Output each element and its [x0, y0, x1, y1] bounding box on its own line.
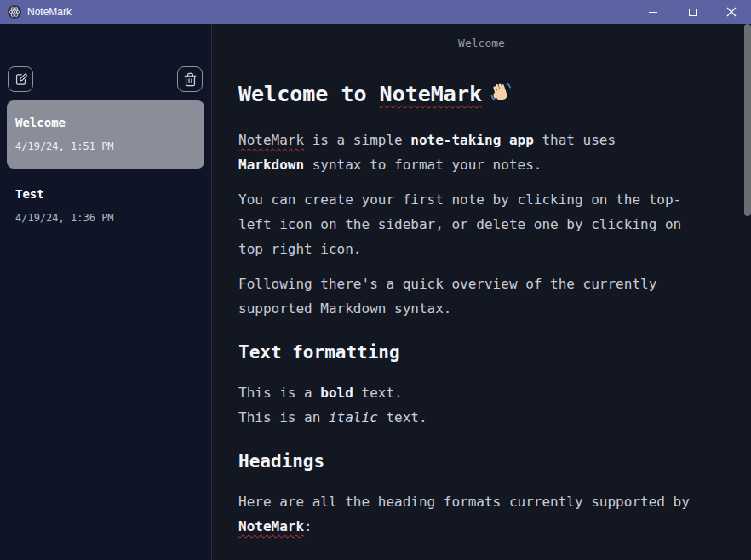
doc-h1: Welcome to NoteMark	[238, 80, 717, 112]
window-controls	[633, 0, 751, 24]
bold-run: note-taking app	[410, 132, 534, 148]
heading-text-formatting: Text formatting	[238, 341, 717, 363]
text-run: text.	[353, 385, 403, 401]
note-card-test[interactable]: Test 4/19/24, 1:36 PM	[7, 172, 204, 240]
text-run: that uses	[534, 132, 616, 148]
sidebar: Welcome 4/19/24, 1:51 PM Test 4/19/24, 1…	[0, 24, 212, 560]
heading-headings: Headings	[238, 450, 717, 472]
close-button[interactable]	[712, 0, 751, 24]
italic-run: italic	[329, 409, 378, 426]
paragraph-create-delete: You can create your first note by clicki…	[238, 187, 690, 261]
app-body: Welcome 4/19/24, 1:51 PM Test 4/19/24, 1…	[0, 24, 751, 560]
paragraph-bold-italic: This is a bold text.This is an italic te…	[238, 380, 690, 430]
h1-brand-misspelled: NoteMark	[380, 82, 482, 106]
markdown-editor[interactable]: Welcome to NoteMark	[212, 80, 751, 560]
text-run: Here are all the heading formats current…	[238, 494, 690, 510]
window-title: NoteMark	[27, 6, 633, 18]
titlebar: NoteMark	[0, 0, 751, 24]
trash-icon	[183, 72, 198, 87]
text-run: text.	[378, 409, 427, 426]
bold-run: Markdown	[238, 157, 304, 173]
paragraph-heading-formats: Here are all the heading formats current…	[238, 489, 690, 539]
new-note-button[interactable]	[8, 66, 33, 92]
waving-hand-emoji	[490, 85, 513, 110]
main-panel: Welcome Welcome to NoteMark	[212, 24, 751, 560]
new-note-icon	[14, 72, 28, 87]
text-run: This is an	[238, 409, 329, 426]
brand-misspelled: NoteMark	[238, 518, 304, 534]
paragraph-intro: NoteMark is a simple note-taking app tha…	[238, 128, 690, 177]
maximize-button[interactable]	[673, 0, 712, 24]
note-date: 4/19/24, 1:51 PM	[15, 140, 196, 153]
note-title: Test	[15, 187, 196, 201]
maximize-icon	[689, 9, 697, 16]
scrollbar-thumb[interactable]	[744, 24, 751, 216]
app-logo-icon	[7, 4, 22, 20]
text-run: :	[304, 518, 312, 534]
text-run: This is a	[238, 385, 320, 401]
bold-run: bold	[320, 385, 353, 401]
note-list: Welcome 4/19/24, 1:51 PM Test 4/19/24, 1…	[0, 100, 211, 243]
minimize-icon	[649, 12, 657, 13]
app-window: NoteMark	[0, 0, 751, 560]
h1-text: Welcome to	[238, 82, 380, 106]
minimize-button[interactable]	[633, 0, 673, 24]
text-run: is a simple	[304, 132, 410, 148]
note-header-title: Welcome	[212, 24, 751, 52]
note-date: 4/19/24, 1:36 PM	[15, 212, 196, 225]
note-title: Welcome	[15, 116, 196, 129]
delete-note-button[interactable]	[177, 66, 203, 92]
text-run: syntax to format your notes.	[304, 157, 542, 173]
note-card-welcome[interactable]: Welcome 4/19/24, 1:51 PM	[7, 100, 204, 169]
close-icon	[726, 7, 737, 17]
sidebar-toolbar	[0, 24, 211, 92]
paragraph-overview: Following there's a quick overview of th…	[238, 271, 690, 321]
brand-misspelled: NoteMark	[238, 132, 304, 148]
